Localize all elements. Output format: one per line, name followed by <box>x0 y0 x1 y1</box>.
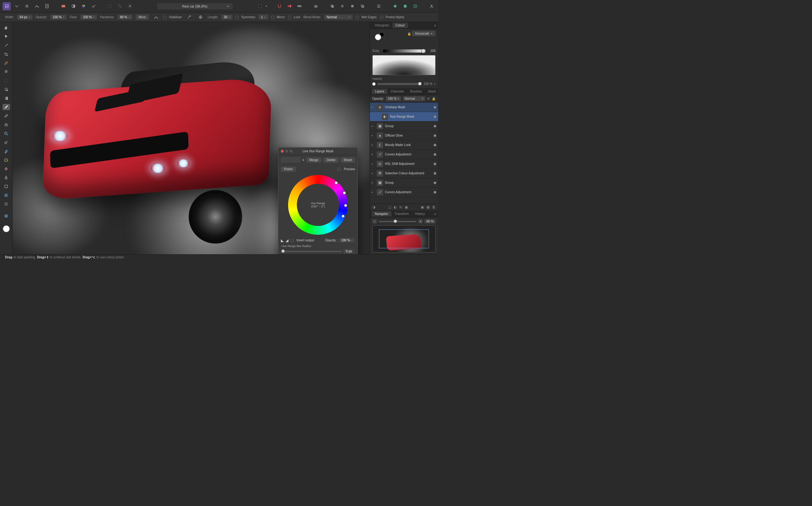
lock-toggle[interactable]: Lock <box>288 15 300 19</box>
length-field[interactable]: 35▾ <box>221 15 232 19</box>
dialog-min-icon[interactable] <box>285 150 288 153</box>
select-all-icon[interactable] <box>106 2 114 10</box>
more-button[interactable]: More <box>135 14 149 20</box>
fx-icon[interactable]: fx <box>399 205 402 209</box>
view-quick-mask-icon[interactable] <box>89 2 98 10</box>
symmetry-toggle[interactable]: Symmetry <box>235 15 256 19</box>
dodge-tool-icon[interactable] <box>3 139 10 145</box>
colour-mode-dropdown[interactable]: Greyscale▾ <box>412 31 435 36</box>
primary-colour[interactable] <box>375 34 381 40</box>
blend-field[interactable]: Normal▾ <box>324 15 352 19</box>
resource-cloud-icon[interactable] <box>391 2 399 10</box>
lock-icon[interactable]: 🔒 <box>407 32 411 35</box>
dialog-merge-button[interactable]: Merge <box>306 157 321 163</box>
bg-chevron-icon[interactable]: ▾ <box>266 5 267 8</box>
layer-row[interactable]: ▸▦Group <box>370 121 438 131</box>
crop-layer-icon[interactable]: ▣ <box>405 205 408 209</box>
delete-layer-icon[interactable]: 🗑 <box>432 205 435 209</box>
paint-brush-tool-icon[interactable] <box>3 104 10 110</box>
symmetry-field[interactable]: 1▾ <box>259 15 268 19</box>
dialog-max-icon[interactable] <box>290 150 293 153</box>
wet-edges-toggle[interactable]: Wet Edges <box>356 15 377 19</box>
expand-arrow-icon[interactable]: ▸ <box>372 124 375 128</box>
zoom-tool-icon[interactable] <box>3 130 10 137</box>
layer-row[interactable]: ▸ΣMoody Matte Look <box>370 140 438 150</box>
tab-colour[interactable]: Colour <box>393 23 408 28</box>
adjust-layer-icon[interactable]: ◐ <box>394 205 397 209</box>
colour-panel-menu-icon[interactable]: ≡ <box>434 24 436 27</box>
arrange-backward-icon[interactable] <box>338 2 346 10</box>
dialog-opacity-field[interactable]: 100 %▾ <box>339 238 355 243</box>
navigator-preview[interactable] <box>372 225 435 252</box>
foreground-colour-swatch[interactable] <box>3 225 10 232</box>
arrange-forward-icon[interactable] <box>348 2 356 10</box>
layer-opacity-field[interactable]: 100 %▾ <box>386 96 401 101</box>
zoom-in-button[interactable]: + <box>418 219 423 224</box>
tab-brushes[interactable]: Brushes <box>407 89 425 94</box>
assistant-icon[interactable] <box>312 2 320 10</box>
expand-arrow-icon[interactable]: ▸ <box>372 134 375 137</box>
deselect-icon[interactable] <box>116 2 124 10</box>
colour-opacity-slider[interactable]: 100 % ▾ <box>372 82 435 86</box>
layer-row[interactable]: ◐Hue Range Mask <box>370 112 438 121</box>
dialog-reset-button[interactable]: Reset <box>340 157 355 163</box>
document-title[interactable]: Red car (86.0%) ✦ <box>157 3 233 9</box>
layer-visibility-icon[interactable] <box>434 153 436 156</box>
arrange-back-icon[interactable] <box>328 2 336 10</box>
zoom-out-button[interactable]: − <box>372 219 377 224</box>
dialog-picker-button[interactable]: Picker <box>281 166 296 172</box>
layer-visibility-icon[interactable] <box>434 163 436 165</box>
zoom-slider[interactable] <box>379 221 417 222</box>
text-tool-icon[interactable]: A <box>3 192 10 198</box>
stabiliser-group[interactable]: Stabiliser <box>163 15 182 19</box>
dialog-preset-dropdown[interactable] <box>281 157 301 163</box>
tab-layers[interactable]: Layers <box>372 89 388 94</box>
smudge-tool-icon[interactable] <box>3 148 10 154</box>
persona-develop-icon[interactable] <box>23 2 31 10</box>
layer-visibility-icon[interactable] <box>434 144 436 146</box>
expand-arrow-icon[interactable]: ▸ <box>372 162 375 165</box>
layer-visibility-icon[interactable] <box>434 106 436 108</box>
expand-arrow-icon[interactable]: ▸ <box>372 181 375 184</box>
layer-lock-icon[interactable]: 🔒 <box>432 97 435 100</box>
width-field[interactable]: 64 px▾ <box>17 15 32 19</box>
layer-row[interactable]: ▸▦Group <box>370 178 438 187</box>
background-toggle-icon[interactable] <box>256 2 264 10</box>
clone-tool-icon[interactable] <box>3 121 10 128</box>
tab-history[interactable]: History <box>412 211 428 217</box>
crop-tool-icon[interactable] <box>3 51 10 57</box>
layer-visibility-icon[interactable] <box>434 191 436 193</box>
hue-handle[interactable] <box>341 215 345 218</box>
flow-field[interactable]: 100 %▾ <box>81 15 97 19</box>
pen-tool-icon[interactable] <box>3 174 10 181</box>
layer-visibility-icon[interactable] <box>434 135 436 137</box>
persona-liquify-icon[interactable] <box>13 2 21 10</box>
layer-visibility-icon[interactable] <box>434 172 436 175</box>
window-stabiliser-icon[interactable] <box>196 13 204 21</box>
invert-checkbox[interactable] <box>290 239 293 242</box>
account-icon[interactable] <box>427 2 435 10</box>
expand-arrow-icon[interactable]: ▸ <box>372 172 375 175</box>
persona-export-icon[interactable] <box>43 2 51 10</box>
rope-stabiliser-icon[interactable] <box>185 13 193 21</box>
hue-handle[interactable] <box>343 191 346 194</box>
tab-stock[interactable]: Stock <box>425 89 438 94</box>
mesh-warp-icon[interactable] <box>3 201 10 207</box>
arrange-front-icon[interactable] <box>358 2 367 10</box>
ruler-icon[interactable] <box>295 2 303 10</box>
dialog-titlebar[interactable]: Live Hue Range Mask <box>278 148 358 155</box>
expand-arrow-icon[interactable]: ▸ <box>372 144 375 146</box>
layer-cog-icon[interactable]: ⚙ <box>427 97 430 100</box>
layer-row[interactable]: ▸⤢Curves Adjustment <box>370 150 438 159</box>
perspective-tool-icon[interactable] <box>3 157 10 163</box>
protect-alpha-toggle[interactable]: Protect Alpha <box>380 15 404 19</box>
blur-radius-value[interactable]: 0 px <box>343 249 354 254</box>
healing-tool-icon[interactable] <box>3 166 10 172</box>
dialog-close-icon[interactable] <box>281 150 284 153</box>
layer-visibility-icon[interactable] <box>434 182 436 184</box>
tab-transform[interactable]: Transform <box>392 211 412 217</box>
colour-swatches[interactable] <box>372 31 388 41</box>
layer-visibility-icon[interactable] <box>434 115 436 118</box>
dialog-preset-menu-icon[interactable]: ≡ <box>303 158 304 162</box>
invert-left-icon[interactable]: ◣ <box>281 238 284 243</box>
